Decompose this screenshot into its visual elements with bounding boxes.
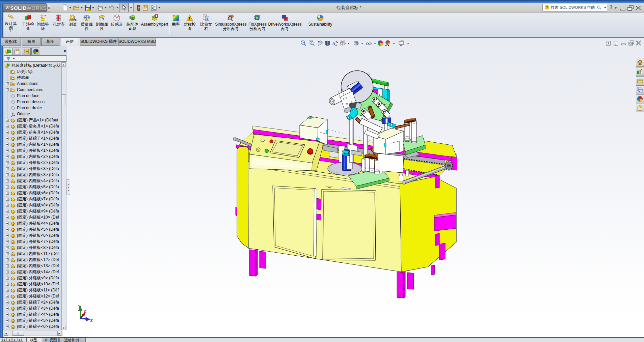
svg-text:2: 2 [207, 18, 209, 21]
svg-text:Z: Z [90, 318, 93, 323]
svg-text:X: X [84, 310, 86, 315]
svg-text:Y: Y [78, 304, 81, 309]
svg-text:?: ? [546, 6, 548, 9]
